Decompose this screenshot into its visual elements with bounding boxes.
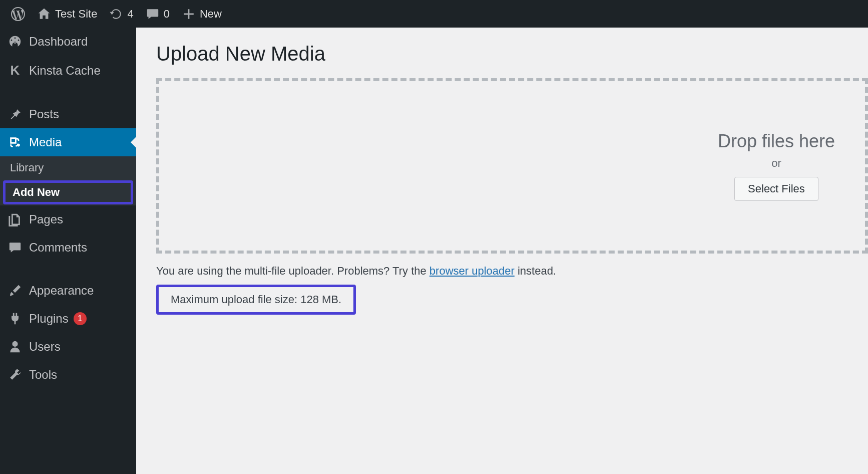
submenu-label: Add New	[13, 186, 60, 198]
new-content-menu[interactable]: New	[176, 0, 228, 28]
page-title: Upload New Media	[156, 43, 868, 65]
site-name-label: Test Site	[55, 8, 97, 21]
or-text: or	[771, 157, 781, 170]
sidebar-item-dashboard[interactable]: Dashboard	[0, 28, 136, 56]
sidebar-item-users[interactable]: Users	[0, 333, 136, 361]
plus-icon	[182, 7, 196, 21]
sidebar-item-label: Media	[29, 135, 62, 149]
comments-count: 0	[164, 8, 170, 21]
wordpress-icon	[11, 7, 25, 21]
select-files-button[interactable]: Select Files	[734, 177, 818, 201]
upload-dropzone[interactable]: Drop files here or Select Files	[156, 78, 868, 254]
menu-separator	[0, 85, 136, 100]
max-size-annotation: Maximum upload file size: 128 MB.	[156, 285, 356, 315]
sidebar-item-label: Kinsta Cache	[29, 64, 101, 78]
new-label: New	[200, 8, 222, 21]
sidebar-item-kinsta[interactable]: K Kinsta Cache	[0, 56, 136, 85]
sidebar-item-label: Appearance	[29, 284, 94, 298]
update-badge: 1	[74, 312, 87, 325]
comment-icon	[8, 241, 22, 255]
max-size-text: Maximum upload file size: 128 MB.	[171, 293, 341, 306]
comment-icon	[146, 7, 160, 21]
sidebar-item-label: Users	[29, 340, 61, 354]
sidebar-item-label: Tools	[29, 368, 57, 382]
svg-point-0	[17, 144, 20, 147]
media-submenu: Library Add New	[0, 156, 136, 205]
dropzone-inner: Drop files here or Select Files	[718, 131, 835, 201]
updates-menu[interactable]: 4	[103, 0, 139, 28]
site-name-menu[interactable]: Test Site	[31, 0, 103, 28]
menu-separator	[0, 262, 136, 277]
sidebar-item-posts[interactable]: Posts	[0, 100, 136, 128]
uploader-hint: You are using the multi-file uploader. P…	[156, 265, 868, 278]
admin-sidebar: Dashboard K Kinsta Cache Posts Media Lib…	[0, 28, 136, 474]
home-icon	[37, 7, 51, 21]
sidebar-item-label: Comments	[29, 241, 87, 255]
submenu-label: Library	[10, 161, 44, 174]
dashboard-icon	[8, 35, 22, 49]
main-content: Upload New Media Drop files here or Sele…	[136, 28, 868, 474]
media-icon	[8, 135, 22, 149]
plug-icon	[8, 312, 22, 326]
wp-logo-menu[interactable]	[5, 0, 31, 28]
pin-icon	[8, 107, 22, 121]
wrench-icon	[8, 368, 22, 382]
sidebar-item-tools[interactable]: Tools	[0, 361, 136, 389]
brush-icon	[8, 284, 22, 298]
submenu-item-library[interactable]: Library	[0, 156, 136, 179]
kinsta-icon: K	[8, 63, 22, 78]
submenu-item-addnew[interactable]: Add New	[6, 183, 131, 202]
highlight-annotation: Add New	[3, 180, 133, 204]
updates-count: 4	[127, 8, 133, 21]
refresh-icon	[109, 7, 123, 21]
drop-text: Drop files here	[718, 131, 835, 152]
sidebar-item-label: Posts	[29, 107, 59, 121]
admin-bar: Test Site 4 0 New	[0, 0, 868, 28]
sidebar-item-label: Dashboard	[29, 35, 88, 49]
sidebar-item-pages[interactable]: Pages	[0, 205, 136, 233]
sidebar-item-plugins[interactable]: Plugins 1	[0, 305, 136, 333]
hint-prefix: You are using the multi-file uploader. P…	[156, 265, 429, 277]
hint-suffix: instead.	[515, 265, 556, 277]
sidebar-item-label: Plugins	[29, 312, 69, 326]
browser-uploader-link[interactable]: browser uploader	[429, 265, 515, 277]
sidebar-item-media[interactable]: Media	[0, 128, 136, 156]
sidebar-item-comments[interactable]: Comments	[0, 233, 136, 262]
pages-icon	[8, 212, 22, 226]
sidebar-item-label: Pages	[29, 212, 63, 226]
comments-menu[interactable]: 0	[140, 0, 176, 28]
sidebar-item-appearance[interactable]: Appearance	[0, 277, 136, 305]
user-icon	[8, 340, 22, 354]
